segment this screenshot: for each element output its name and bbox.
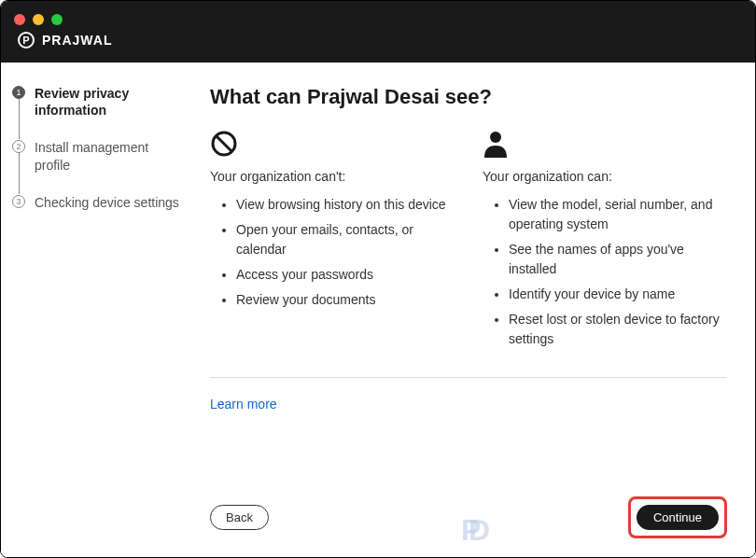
step-connector-line [19,98,20,139]
step-install-profile: 2 Install management profile [12,139,186,193]
window-controls [14,14,63,25]
privacy-columns: Your organization can't: View browsing h… [210,128,727,355]
divider [210,377,727,378]
list-item: Open your emails, contacts, or calendar [236,220,455,259]
step-number-icon: 3 [12,195,25,208]
close-window-button[interactable] [14,14,25,25]
cant-title: Your organization can't: [210,169,455,184]
step-label: Install management profile [35,139,186,173]
brand: P PRAJWAL [18,32,112,49]
continue-highlight: Continue [628,496,727,538]
list-item: View browsing history on this device [236,195,455,215]
person-icon [483,128,727,160]
list-item: Identify your device by name [509,285,727,304]
body: 1 Review privacy information 2 Install m… [1,63,755,557]
list-item: Reset lost or stolen device to factory s… [509,310,727,349]
sidebar: 1 Review privacy information 2 Install m… [1,63,197,557]
svg-line-1 [217,136,232,152]
step-connector-line [19,152,20,193]
step-number-icon: 2 [12,140,25,153]
minimize-window-button[interactable] [33,14,44,25]
svg-point-2 [490,132,501,143]
continue-button[interactable]: Continue [637,505,719,530]
cant-list: View browsing history on this device Ope… [210,195,455,310]
step-label: Review privacy information [35,85,186,119]
back-button[interactable]: Back [210,505,269,530]
list-item: Review your documents [236,290,455,310]
can-title: Your organization can: [483,169,727,184]
step-checking-settings: 3 Checking device settings [12,194,186,231]
step-label: Checking device settings [35,194,179,211]
maximize-window-button[interactable] [51,14,63,25]
main-content: What can Prajwal Desai see? Your organiz… [197,63,755,557]
can-list: View the model, serial number, and opera… [483,195,727,349]
list-item: Access your passwords [236,265,455,285]
step-number-icon: 1 [12,86,25,99]
prohibited-icon [210,128,455,160]
can-column: Your organization can: View the model, s… [483,128,727,355]
step-review-privacy: 1 Review privacy information [12,85,186,139]
cant-column: Your organization can't: View browsing h… [210,128,455,355]
brand-logo-icon: P [18,32,35,49]
titlebar: P PRAJWAL [1,1,755,63]
list-item: View the model, serial number, and opera… [509,195,727,234]
brand-name: PRAJWAL [42,33,112,48]
learn-more-link[interactable]: Learn more [210,397,727,412]
footer: Back Continue [210,478,727,538]
page-title: What can Prajwal Desai see? [210,85,727,109]
list-item: See the names of apps you've installed [509,240,727,279]
